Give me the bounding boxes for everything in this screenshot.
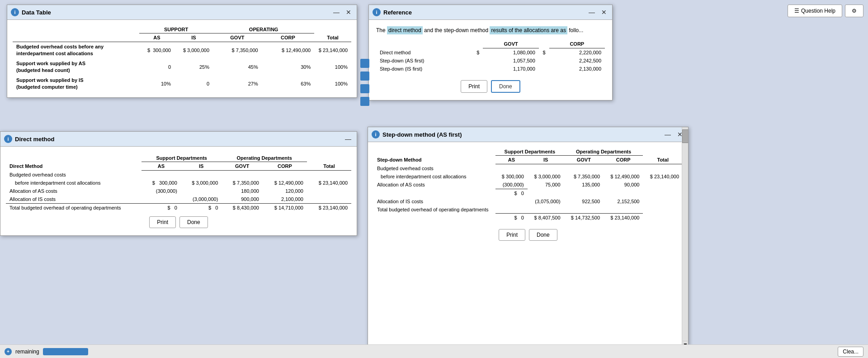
data-table-controls: — ✕: [331, 8, 353, 17]
doc-icon-4[interactable]: [360, 97, 369, 106]
table-row: Allocation of IS costs (3,000,000) 900,0…: [6, 195, 351, 204]
table-row: Allocation of AS costs (300,000) 75,000 …: [373, 181, 683, 189]
table-row: Step-down (AS first) 1,057,500 2,242,500: [376, 57, 605, 65]
table-row: Step-down (IS first) 1,170,000 2,130,000: [376, 65, 605, 73]
close-button[interactable]: ✕: [344, 8, 353, 17]
table-row: Allocation of IS costs (3,075,000) 922,5…: [373, 197, 683, 205]
reference-btn-row: Print Done: [376, 80, 605, 93]
data-table-title: i Data Table: [11, 8, 51, 16]
table-row: Budgeted overhead costs: [373, 164, 683, 172]
table-row: Total budgeted overhead of operating dep…: [6, 203, 351, 212]
table-row: Direct method $ 1,080,000 $ 2,220,000: [376, 48, 605, 57]
stepdown-header: i Step-down method (AS first) — ✕: [368, 127, 688, 142]
data-table-header: i Data Table — ✕: [7, 5, 357, 20]
direct-method-window: i Direct method — Support Departments Op…: [0, 131, 357, 236]
direct-method-header: i Direct method —: [0, 132, 357, 147]
bottom-bar: + remaining Clea...: [0, 344, 868, 358]
doc-icon-2[interactable]: [360, 72, 369, 81]
done-button[interactable]: Done: [491, 80, 520, 93]
stepdown-table: Support Departments Operating Department…: [373, 148, 683, 222]
minimize-button[interactable]: —: [663, 130, 673, 139]
data-table: SUPPORT OPERATING AS IS GOVT CORP Total …: [13, 25, 351, 92]
table-row: Total budgeted overhead of operating dep…: [373, 205, 683, 214]
close-button[interactable]: ✕: [599, 8, 609, 17]
stepdown-btn-row: Print Done: [373, 229, 683, 241]
clear-button[interactable]: Clea...: [838, 347, 863, 357]
print-button[interactable]: Print: [499, 229, 525, 241]
direct-method-content: Support Departments Operating Department…: [0, 147, 357, 235]
reference-window: i Reference — ✕ The direct method and th…: [368, 5, 613, 100]
doc-icon-1[interactable]: [360, 59, 369, 68]
print-button[interactable]: Print: [461, 80, 487, 93]
minimize-button[interactable]: —: [331, 8, 341, 17]
stepdown-body: Support Departments Operating Department…: [368, 142, 688, 346]
remaining-label: remaining: [15, 348, 39, 355]
minimize-button[interactable]: —: [587, 8, 597, 17]
info-icon: i: [11, 8, 19, 16]
table-row: $ 0 $ 8,407,500 $ 14,732,500 $ 23,140,00…: [373, 214, 683, 222]
plus-icon[interactable]: +: [5, 348, 12, 355]
direct-method-btn-row: Print Done: [6, 216, 351, 228]
reference-table: GOVT CORP Direct method $ 1,080,000 $ 2,…: [376, 40, 605, 73]
minimize-button[interactable]: —: [343, 134, 353, 143]
info-icon: i: [372, 130, 380, 138]
table-row: Support work supplied by IS(budgeted com…: [13, 76, 351, 92]
reference-text: The direct method and the step-down meth…: [376, 27, 605, 33]
stepdown-content: Support Departments Operating Department…: [368, 142, 688, 346]
reference-title: i Reference: [373, 8, 412, 16]
table-row: before interdepartment cost allocations …: [373, 172, 683, 181]
scrollbar[interactable]: ▼: [682, 127, 688, 348]
info-icon: i: [4, 135, 12, 143]
data-table-content: SUPPORT OPERATING AS IS GOVT CORP Total …: [7, 20, 357, 97]
table-row: Allocation of AS costs (300,000) 180,000…: [6, 187, 351, 195]
stepdown-controls: — ✕: [663, 130, 684, 139]
done-button[interactable]: Done: [179, 216, 208, 228]
direct-method-title: i Direct method: [4, 135, 54, 143]
doc-icon-3[interactable]: [360, 84, 369, 93]
direct-method-controls: —: [343, 134, 353, 143]
info-icon: i: [373, 8, 381, 16]
stepdown-title: i Step-down method (AS first): [372, 130, 462, 138]
print-button[interactable]: Print: [149, 216, 176, 228]
direct-method-table: Support Departments Operating Department…: [6, 154, 351, 212]
toolbar: ☰ Question Help ⚙: [788, 5, 863, 17]
progress-bar: [43, 348, 88, 355]
settings-button[interactable]: ⚙: [845, 5, 863, 17]
table-row: before interdepartment cost allocations …: [6, 179, 351, 187]
table-row: Support work supplied by AS(budgeted hea…: [13, 59, 351, 76]
stepdown-window: i Step-down method (AS first) — ✕ Suppor…: [368, 127, 689, 348]
reference-header: i Reference — ✕: [369, 5, 612, 20]
doc-icons: [360, 59, 369, 106]
data-table-window: i Data Table — ✕ SUPPORT OPERATING AS IS: [7, 5, 357, 98]
reference-content: The direct method and the step-down meth…: [369, 20, 612, 100]
question-help-button[interactable]: ☰ Question Help: [788, 5, 842, 17]
done-button[interactable]: Done: [529, 229, 557, 241]
table-row: $ 0: [373, 189, 683, 197]
scroll-thumb[interactable]: [682, 129, 689, 143]
table-row: Budgeted overhead costs: [6, 171, 351, 179]
reference-controls: — ✕: [587, 8, 609, 17]
list-icon: ☰: [794, 8, 799, 14]
table-row: Budgeted overhead costs before anyinterd…: [13, 42, 351, 59]
